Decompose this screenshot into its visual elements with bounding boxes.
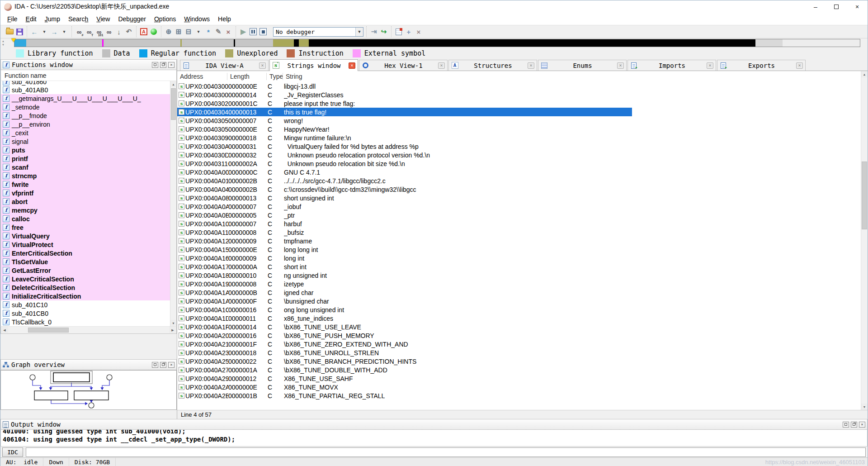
search-next-icon[interactable]: ∞ [104,27,114,37]
function-list-item[interactable]: fmemcpy [1,206,170,214]
minimize-button[interactable]: – [805,0,826,13]
column-header-type[interactable]: Type [266,73,283,80]
function-list-item[interactable]: fInitializeCriticalSection [1,292,170,300]
string-row[interactable]: sUPX0:0040A1540000000EClong long int [177,245,632,254]
jump-address-icon[interactable]: ↓ [114,27,124,37]
debug-start-icon[interactable]: ▶ [238,27,248,37]
string-row[interactable]: sUPX0:0040A18000000010Cng unsigned int [177,271,632,280]
scroll-up-icon[interactable]: ▲ [861,71,868,77]
search-text-icon[interactable]: ∞T [84,27,94,37]
function-list-item[interactable]: fabort [1,197,170,206]
functions-float-button[interactable] [160,62,166,68]
function-list-item[interactable]: fsub_401860 [1,81,170,86]
string-row[interactable]: sUPX0:0040A2A80000000ECX86_TUNE_MOVX [177,383,632,391]
function-list-item[interactable]: fDeleteCriticalSection [1,283,170,292]
function-list-item[interactable]: fTlsCallback_0 [1,318,170,326]
string-row[interactable]: sUPX0:004031100000002AC Unknown pseudo r… [177,159,632,168]
debug-stop-icon[interactable] [258,27,268,37]
string-row[interactable]: sUPX0:004030240000001CCplease input the … [177,99,632,108]
tab-imports[interactable]: ▸Imports× [627,60,716,71]
function-list-item[interactable]: fVirtualQuery [1,232,170,240]
close-button[interactable]: × [847,0,868,13]
debugger-attach-icon[interactable]: ⇥ [369,27,379,37]
tab-close-icon[interactable]: × [796,62,803,69]
search-value-icon[interactable]: ∞101 [94,27,104,37]
tab-ida-view-a[interactable]: IDA View-A× [180,60,269,71]
string-row[interactable]: sUPX0:0040309000000018CMingw runtime fai… [177,133,632,142]
tab-close-icon[interactable]: × [617,62,624,69]
tab-close-icon[interactable]: × [528,62,534,69]
function-list-item[interactable]: ffwrite [1,180,170,189]
string-row[interactable]: sUPX0:0040A1A00000000BCigned char [177,288,632,297]
string-row[interactable]: sUPX0:0040A0190000002BC../../../../src/g… [177,176,632,185]
menu-search[interactable]: Search [64,14,92,24]
string-row[interactable]: sUPX0:0040A2780000001AC\bX86_TUNE_DOUBLE… [177,366,632,374]
menu-file[interactable]: File [3,14,22,24]
address-band[interactable] [14,39,860,47]
function-list-item[interactable]: fEnterCriticalSection [1,249,170,257]
command-line-input[interactable] [26,447,866,457]
function-list-item[interactable]: fVirtualProtect [1,240,170,249]
tab-enums[interactable]: Enums× [538,60,627,71]
string-row[interactable]: sUPX0:0040A25500000022C\bX86_TUNE_BRANCH… [177,357,632,366]
graph-restore-button[interactable] [152,362,158,368]
menu-edit[interactable]: Edit [22,14,41,24]
scroll-up-icon[interactable]: ▲ [170,81,176,87]
chevron-down-icon[interactable]: ▼ [355,28,363,36]
functions-close-button[interactable]: × [168,62,175,68]
string-row[interactable]: sUPX0:0040A21C0000001FC\bX86_TUNE_ZERO_E… [177,340,632,348]
string-row[interactable]: sUPX0:0040A10800000007Charbuf [177,219,632,228]
menu-view[interactable]: View [92,14,114,24]
function-list-item[interactable]: fGetLastError [1,266,170,275]
undefine-icon[interactable]: × [223,27,233,37]
forward-history-icon[interactable]: ▾ [59,27,69,37]
jump-back-icon[interactable]: ← [29,27,39,37]
search-sequence-icon[interactable]: ∞# [74,27,84,37]
function-list-item[interactable]: fsub_401C10 [1,300,170,309]
tab-close-icon[interactable]: × [259,62,266,69]
function-list-item[interactable]: f__getmainargs_U___U___U___U___U___U_ [1,94,170,103]
create-struct-icon[interactable]: ⊟ [184,27,193,37]
function-list-item[interactable]: fscanf [1,163,170,171]
graph-overview-minimap[interactable] [0,370,177,410]
string-row[interactable]: sUPX0:0040305600000007Cwrong! [177,116,632,125]
menu-windows[interactable]: Windows [180,14,214,24]
string-row[interactable]: sUPX0:0040A1C000000016Cong long unsigned… [177,305,632,314]
open-file-icon[interactable] [5,27,14,37]
function-name-column-header[interactable]: Function name [0,70,177,81]
string-row[interactable]: sUPX0:0040A12C00000009Ctmpfname [177,237,632,245]
scroll-thumb[interactable] [862,162,867,229]
tab-structures[interactable]: AStructures× [448,60,537,71]
string-row[interactable]: sUPX0:004030DC00000032C Unknown pseudo r… [177,151,632,159]
output-close-button[interactable]: × [859,422,865,428]
debugger-select[interactable]: No debugger▼ [273,27,363,37]
string-row[interactable]: sUPX0:0040A1710000000ACshort int [177,262,632,271]
string-row[interactable]: sUPX0:0040A23C00000018C\bX86_TUNE_UNROLL… [177,348,632,357]
output-log[interactable]: 401000: using guessed type int sub_40100… [0,430,868,446]
scroll-thumb[interactable] [28,328,69,333]
function-list-item[interactable]: f_cexit [1,128,170,137]
analysis-problems-icon[interactable]: A [139,27,149,37]
tab-hex-view-1[interactable]: Hex View-1× [359,60,448,71]
function-list-item[interactable]: fputs [1,146,170,154]
menu-jump[interactable]: Jump [41,14,64,24]
function-list-item[interactable]: fsub_401AB0 [1,86,170,94]
delete-breakpoint-icon[interactable]: × [414,27,424,37]
string-row[interactable]: sUPX0:0040A1AD0000000FC\bunsigned char [177,297,632,305]
string-row[interactable]: sUPX0:0040A16500000009Clong int [177,254,632,262]
scroll-thumb[interactable] [171,88,176,120]
create-data-icon[interactable]: ⊞ [174,27,184,37]
string-row[interactable]: sUPX0:0040A00C0000000CCGNU C 4.7.1 [177,168,632,176]
save-file-icon[interactable] [14,27,24,37]
function-list-item[interactable]: f__p__fmode [1,111,170,120]
graph-float-button[interactable] [160,362,166,368]
string-row[interactable]: sUPX0:0040A0B800000005C_ptr [177,211,632,219]
scroll-left-icon[interactable]: ◀ [1,327,8,333]
function-list-item[interactable]: fTlsGetValue [1,257,170,266]
function-list-item[interactable]: fsub_401CB0 [1,309,170,318]
tab-strings-window[interactable]: s'Strings window× [269,59,358,71]
string-row[interactable]: sUPX0:0040304300000013Cthis is true flag… [177,108,632,116]
tab-exports[interactable]: ▸Exports× [717,60,806,71]
functions-restore-button[interactable] [152,62,158,68]
graph-close-button[interactable]: × [168,362,175,368]
